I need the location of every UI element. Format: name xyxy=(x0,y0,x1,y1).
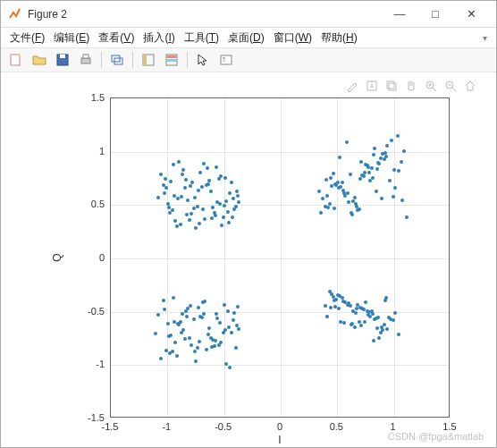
data-point xyxy=(367,171,371,174)
maximize-button[interactable]: □ xyxy=(417,2,453,27)
data-point xyxy=(396,134,400,138)
data-point xyxy=(185,213,189,216)
data-point xyxy=(156,196,160,199)
data-point xyxy=(192,207,196,210)
data-point xyxy=(353,325,357,329)
data-point xyxy=(188,336,191,340)
copy-icon[interactable] xyxy=(383,78,400,94)
data-point xyxy=(371,312,375,316)
data-point xyxy=(363,320,366,324)
data-point xyxy=(154,332,157,335)
data-point xyxy=(339,185,342,189)
svg-rect-3 xyxy=(81,58,90,63)
close-button[interactable]: ✕ xyxy=(453,2,489,27)
data-point xyxy=(201,207,205,211)
pan-icon[interactable] xyxy=(403,78,419,94)
data-point xyxy=(189,304,192,308)
brush-icon[interactable] xyxy=(344,78,360,94)
data-point xyxy=(328,290,332,293)
data-point xyxy=(180,331,183,334)
data-point xyxy=(379,156,383,160)
minimize-button[interactable]: — xyxy=(382,2,417,27)
data-point xyxy=(227,325,231,329)
x-tick-label: -0.5 xyxy=(215,421,232,432)
data-point xyxy=(183,337,187,341)
data-point xyxy=(164,177,167,181)
svg-rect-12 xyxy=(221,55,232,64)
data-point xyxy=(405,216,409,219)
menu-file[interactable]: 文件(F) xyxy=(6,29,48,47)
data-point xyxy=(392,318,395,322)
figure-window: Figure 2 — □ ✕ 文件(F) 编辑(E) 查看(V) 插入(I) 工… xyxy=(0,0,497,448)
dock-icon[interactable] xyxy=(139,50,158,70)
data-point xyxy=(380,197,383,200)
data-point xyxy=(219,174,223,178)
data-point xyxy=(177,323,181,326)
data-point xyxy=(402,149,406,153)
data-point xyxy=(324,304,327,308)
data-point xyxy=(325,315,329,318)
pointer-icon[interactable] xyxy=(193,50,213,70)
data-point xyxy=(230,331,233,334)
menu-tools[interactable]: 工具(T) xyxy=(181,29,223,47)
menu-desktop[interactable]: 桌面(D) xyxy=(224,29,268,47)
data-point xyxy=(227,221,231,224)
data-point xyxy=(197,189,200,192)
data-point xyxy=(355,205,358,208)
data-point xyxy=(324,178,328,182)
data-point xyxy=(372,339,375,342)
data-point xyxy=(329,306,333,309)
data-point xyxy=(370,166,374,170)
data-point xyxy=(200,316,204,319)
data-point xyxy=(345,140,349,144)
data-point xyxy=(356,208,359,212)
data-point xyxy=(392,168,396,172)
home-icon[interactable] xyxy=(462,78,478,94)
save-icon[interactable] xyxy=(53,50,72,70)
data-point xyxy=(333,182,337,186)
data-point xyxy=(220,224,223,227)
title-bar: Figure 2 — □ ✕ xyxy=(1,1,496,28)
menu-help[interactable]: 帮助(H) xyxy=(317,29,361,47)
matlab-logo-icon xyxy=(8,7,22,21)
data-point xyxy=(400,160,403,164)
menu-view[interactable]: 查看(V) xyxy=(95,29,138,47)
link-icon[interactable] xyxy=(107,50,127,70)
data-point xyxy=(198,171,202,174)
data-point xyxy=(383,323,386,326)
open-icon[interactable] xyxy=(29,50,49,70)
data-point xyxy=(181,168,185,172)
data-point xyxy=(332,172,335,175)
data-point xyxy=(332,295,335,299)
data-point xyxy=(325,194,329,198)
new-figure-icon[interactable] xyxy=(6,50,26,70)
zoom-out-icon[interactable] xyxy=(442,78,459,94)
insert-legend-icon[interactable] xyxy=(216,50,236,70)
scatter-layer xyxy=(110,97,450,418)
data-point xyxy=(206,182,210,186)
data-point xyxy=(383,151,387,155)
menu-edit[interactable]: 编辑(E) xyxy=(50,29,93,47)
data-point xyxy=(184,309,188,313)
data-point xyxy=(231,216,234,219)
save-as-icon[interactable] xyxy=(364,78,380,94)
colorbar-icon[interactable] xyxy=(162,50,181,70)
data-point xyxy=(223,204,226,207)
print-icon[interactable] xyxy=(76,50,96,70)
svg-rect-4 xyxy=(83,55,88,58)
menu-insert[interactable]: 插入(I) xyxy=(139,29,178,47)
x-tick-label: 0 xyxy=(277,421,282,432)
data-point xyxy=(226,309,230,313)
data-point xyxy=(351,309,355,313)
zoom-in-icon[interactable] xyxy=(423,78,439,94)
menu-overflow-icon[interactable]: ▾ xyxy=(483,33,491,43)
menu-window[interactable]: 窗口(W) xyxy=(270,29,316,47)
data-point xyxy=(205,348,208,351)
data-point xyxy=(362,174,366,178)
data-point xyxy=(397,333,400,336)
data-point xyxy=(338,156,341,159)
data-point xyxy=(190,343,193,347)
data-point xyxy=(172,163,175,166)
data-point xyxy=(177,160,181,164)
data-point xyxy=(326,206,330,209)
